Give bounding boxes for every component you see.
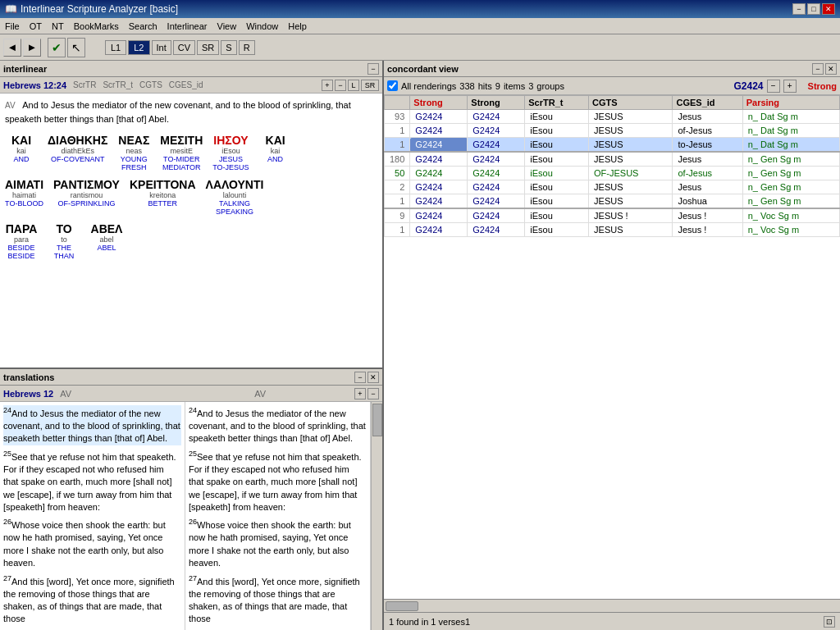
l1-button[interactable]: L1 — [105, 40, 126, 55]
cges-cell: of-Jesus — [673, 124, 742, 138]
verse-text: See that ye refuse not him that speaketh… — [189, 451, 362, 512]
concordant-close-button[interactable]: ✕ — [825, 63, 837, 75]
col-scrtr-t-header: ScrTR_t — [525, 96, 589, 110]
word-kai-2[interactable]: ΚΑΙ kai AND — [259, 134, 292, 163]
hits-label: hits — [478, 81, 492, 91]
scrollbar-thumb[interactable] — [386, 601, 418, 611]
trans-ref1[interactable]: Hebrews 12 — [3, 389, 53, 399]
count-cell: 2 — [385, 180, 410, 194]
interlinear-minimize-button[interactable]: − — [368, 63, 379, 75]
count-cell: 180 — [385, 152, 410, 167]
all-renderings-checkbox[interactable] — [387, 80, 398, 91]
r-button[interactable]: R — [239, 40, 255, 55]
translations-controls: − ✕ — [354, 372, 379, 383]
col-scrtr: ScrTR — [73, 80, 96, 89]
interlinear-l-btn[interactable]: L — [348, 80, 359, 91]
count-cell: 93 — [385, 110, 410, 124]
word-mesitE[interactable]: ΜΕΣΙΤΗ mesitE to-MiDer mediator — [160, 134, 203, 171]
col-cges-id-header: CGES_id — [673, 96, 742, 110]
title-bar: 📖 Interlinear Scripture Analyzer [basic]… — [0, 0, 840, 18]
concordant-minus-btn[interactable]: − — [767, 80, 780, 93]
parsing-cell: n_ Voc Sg m — [742, 208, 839, 223]
table-row[interactable]: 1G2424G2424iEsouJESUSJoshuan_ Gen Sg m — [385, 194, 840, 209]
concordant-plus-btn[interactable]: + — [783, 80, 797, 93]
verse-text: See that ye refuse not him that speaketh… — [3, 451, 176, 512]
interlinear-sr-btn[interactable]: SR — [361, 80, 379, 91]
table-row[interactable]: 1G2424G2424iEsouJESUSof-Jesusn_ Dat Sg m — [385, 124, 840, 138]
strong-cell: G2424 — [410, 152, 468, 167]
translations-close-button[interactable]: ✕ — [368, 372, 379, 383]
word-rantismou[interactable]: ΡΑΝΤΙΣΜΟΥ rantismou OF-SPRINKLing — [53, 178, 120, 208]
word-diathEkEs[interactable]: ΔΙΑΘΗΚΗΣ diathEkEs OF-covenant — [48, 134, 107, 163]
status-text: 1 found in 1 verses — [389, 617, 465, 627]
col-strong2-header: Strong — [468, 96, 525, 110]
menu-item-file[interactable]: File — [0, 20, 25, 33]
s-button[interactable]: S — [221, 40, 236, 55]
l2-button[interactable]: L2 — [128, 40, 149, 55]
scr-cell: iEsou — [525, 167, 589, 180]
trans-col-2: 24And to Jesus the mediator of the new c… — [185, 402, 371, 630]
menu-item-search[interactable]: Search — [124, 20, 162, 33]
cges-cell: of-Jesus — [673, 167, 742, 180]
cgts-cell: JESUS — [589, 152, 673, 167]
sr-button[interactable]: SR — [197, 40, 219, 55]
bottom-status-bar: 1 found in 1 verses 1 ⊡ — [384, 612, 840, 630]
forward-button[interactable]: ► — [23, 39, 41, 57]
strong2-cell: G2424 — [468, 124, 525, 138]
back-button[interactable]: ◄ — [3, 39, 21, 57]
translations-title: translations — [3, 372, 54, 382]
close-button[interactable]: ✕ — [822, 3, 835, 15]
greek-row-1: ΚΑΙ kai AND ΔΙΑΘΗΚΗΣ diathEkEs OF-covena… — [5, 134, 377, 171]
table-row[interactable]: 93G2424G2424iEsouJESUSJesusn_ Dat Sg m — [385, 110, 840, 124]
col-cges-id: CGES_id — [169, 80, 203, 89]
word-iesou[interactable]: ΙΗΣΟΥ iEsou JESUS to-Jesus — [212, 134, 249, 171]
cv-button[interactable]: CV — [173, 40, 195, 55]
word-to[interactable]: ΤΟ to THE than — [48, 222, 80, 260]
strong2-cell: G2424 — [468, 208, 525, 223]
word-lalounti[interactable]: ΛΑΛΟΥΝΤΙ lalounti TALKING speaking — [206, 178, 264, 216]
trans-minus-btn[interactable]: − — [368, 388, 379, 399]
word-haimati[interactable]: ΑΙΜΑΤΙ haimati to-BLOOD — [5, 178, 43, 208]
menu-item-nt[interactable]: NT — [47, 20, 69, 33]
verse-body: And to Jesus the mediator of the new cov… — [5, 100, 351, 124]
interlinear-minus-btn[interactable]: − — [335, 80, 346, 91]
cgts-cell: JESUS — [589, 110, 673, 124]
menu-item-bookmarks[interactable]: BookMarks — [69, 20, 124, 33]
menu-item-view[interactable]: View — [212, 20, 242, 33]
horizontal-scrollbar[interactable] — [384, 599, 840, 612]
translations-content: 24And to Jesus the mediator of the new c… — [0, 402, 382, 630]
menu-item-ot[interactable]: OT — [25, 20, 47, 33]
cursor-button[interactable]: ↖ — [67, 38, 85, 57]
minimize-button[interactable]: − — [792, 3, 806, 15]
int-button[interactable]: Int — [152, 40, 171, 55]
word-kai-1[interactable]: ΚΑΙ kai AND — [5, 134, 38, 163]
left-panel: interlinear − + Hebrews 12:24 ScrTR ScrT… — [0, 61, 384, 630]
word-abel[interactable]: ΑΒΕΛ abel ABEL — [90, 222, 123, 252]
menu-item-window[interactable]: Window — [241, 20, 283, 33]
word-para[interactable]: ΠΑΡΑ para BESIDE beside — [5, 222, 38, 260]
trans-plus-btn[interactable]: + — [354, 388, 366, 399]
concordant-minimize-button[interactable]: − — [812, 63, 824, 75]
table-row[interactable]: 1G2424G2424iEsouJESUSJesus !n_ Voc Sg m — [385, 223, 840, 237]
interlinear-reference[interactable]: Hebrews 12:24 — [3, 80, 66, 90]
interlinear-plus-btn[interactable]: + — [322, 80, 333, 91]
table-row[interactable]: 180G2424G2424iEsouJESUSJesusn_ Gen Sg m — [385, 152, 840, 167]
menu-item-interlinear[interactable]: Interlinear — [162, 20, 212, 33]
word-kreitona[interactable]: ΚΡΕΙΤΤΟΝΑ kreitona better — [130, 178, 196, 208]
table-row[interactable]: 9G2424G2424iEsouJESUS !Jesus !n_ Voc Sg … — [385, 208, 840, 223]
parsing-cell: n_ Gen Sg m — [742, 152, 839, 167]
checkmark-button[interactable]: ✔ — [48, 38, 66, 57]
status-expand-btn[interactable]: ⊡ — [824, 616, 835, 628]
verse-number: 27 — [189, 574, 197, 582]
verse-text: Whose voice then shook the earth: but no… — [3, 520, 166, 568]
hits-count: 338 — [459, 81, 474, 91]
menu-item-help[interactable]: Help — [283, 20, 312, 33]
table-row[interactable]: 1G2424G2424iEsouJESUSto-Jesusn_ Dat Sg m — [385, 138, 840, 153]
concordant-header: concordant view − ✕ — [384, 61, 840, 77]
table-row[interactable]: 50G2424G2424iEsouOF-JESUSof-Jesusn_ Gen … — [385, 167, 840, 180]
table-row[interactable]: 2G2424G2424iEsouJESUSJesusn_ Gen Sg m — [385, 180, 840, 194]
maximize-button[interactable]: □ — [807, 3, 820, 15]
word-neas[interactable]: ΝΕΑΣ neas YOUNG fresh — [117, 134, 150, 171]
translations-minimize-button[interactable]: − — [354, 372, 366, 383]
scr-cell: iEsou — [525, 110, 589, 124]
